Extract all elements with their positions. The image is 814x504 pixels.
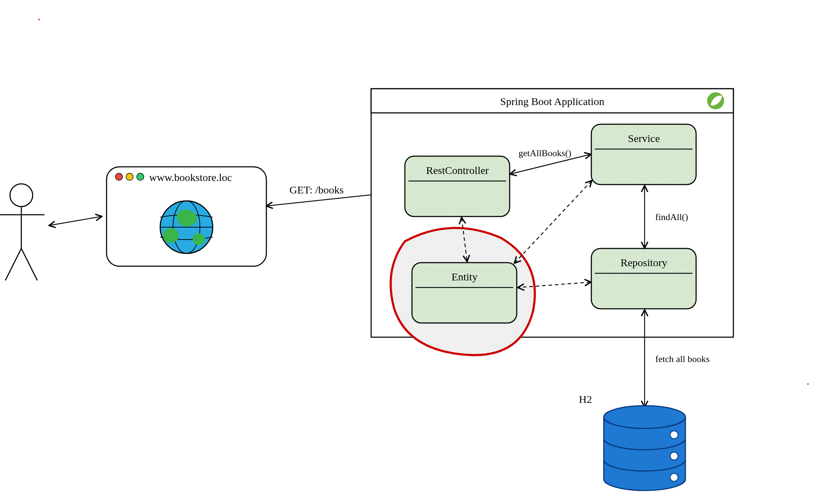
globe-icon <box>160 201 213 253</box>
user-icon <box>0 184 44 280</box>
service-label: Service <box>628 132 660 144</box>
http-request-label: GET: /books <box>289 184 344 196</box>
database-icon <box>604 406 685 491</box>
entity-box: Entity <box>412 263 517 323</box>
window-max-icon <box>137 173 144 180</box>
svg-point-26 <box>670 431 678 439</box>
db-name-label: H2 <box>579 393 592 405</box>
entity-label: Entity <box>451 271 477 283</box>
find-all-label: findAll() <box>655 212 688 222</box>
window-min-icon <box>126 173 133 180</box>
get-all-books-label: getAllBooks() <box>519 148 571 158</box>
rest-controller-label: RestController <box>426 164 489 176</box>
repository-label: Repository <box>620 257 667 268</box>
service-box: Service <box>591 124 696 185</box>
svg-point-25 <box>604 406 685 428</box>
svg-line-7 <box>5 248 21 280</box>
svg-point-28 <box>670 473 678 481</box>
svg-point-27 <box>670 452 678 460</box>
rest-controller-box: RestController <box>405 156 510 217</box>
user-browser-arrow <box>50 217 101 225</box>
spring-icon <box>707 92 724 109</box>
speck <box>38 19 40 20</box>
window-close-icon <box>115 173 123 180</box>
browser-url: www.bookstore.loc <box>149 171 232 183</box>
speck <box>807 383 809 385</box>
fetch-all-label: fetch all books <box>655 354 710 364</box>
svg-point-4 <box>10 184 33 207</box>
svg-line-8 <box>21 248 37 280</box>
repository-box: Repository <box>591 248 696 309</box>
browser-window: www.bookstore.loc <box>107 167 266 266</box>
app-title: Spring Boot Application <box>500 95 604 107</box>
